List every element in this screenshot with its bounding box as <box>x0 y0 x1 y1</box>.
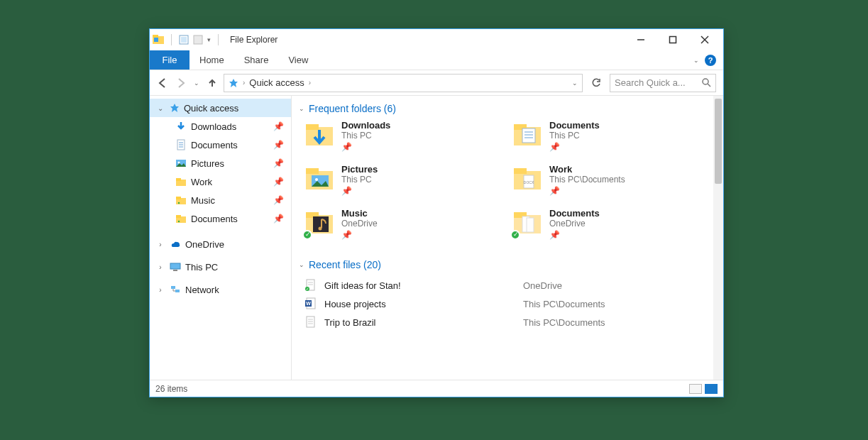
svg-rect-5 <box>194 35 202 44</box>
folder-card-downloads[interactable]: Downloads This PC 📌 <box>304 120 498 158</box>
chevron-right-icon[interactable]: › <box>243 79 245 87</box>
file-row[interactable]: Trip to Brazil This PC\Documents <box>304 313 706 331</box>
file-location: This PC\Documents <box>523 317 605 328</box>
svg-rect-36 <box>522 128 535 143</box>
scrollbar-thumb[interactable] <box>715 99 722 184</box>
pin-icon: 📌 <box>341 230 378 240</box>
svg-line-12 <box>708 84 710 87</box>
svg-rect-21 <box>176 178 181 181</box>
close-button[interactable] <box>688 29 720 50</box>
chevron-right-icon[interactable]: › <box>309 79 311 87</box>
nav-forward-button[interactable] <box>175 77 187 89</box>
svg-rect-26 <box>176 215 181 218</box>
group-count: 6 <box>388 103 393 114</box>
svg-point-43 <box>315 178 318 181</box>
folder-card-pictures[interactable]: Pictures This PC 📌 <box>304 164 498 202</box>
folder-location: OneDrive <box>549 219 600 229</box>
folder-location: This PC\Documents <box>549 175 625 185</box>
group-label: Recent files <box>309 259 361 270</box>
pin-icon: 📌 <box>273 195 284 205</box>
nav-item-label: Music <box>191 195 215 206</box>
nav-network[interactable]: › Network <box>150 280 291 299</box>
nav-item-downloads[interactable]: Downloads 📌 <box>150 117 291 136</box>
app-icon <box>153 34 164 45</box>
folder-location: This PC <box>341 175 378 185</box>
quick-access-star-icon <box>170 103 180 113</box>
nav-label: This PC <box>185 262 218 273</box>
group-recent-files[interactable]: ⌄ Recent files (20) <box>299 259 706 270</box>
network-icon <box>170 284 181 295</box>
folder-name: Downloads <box>341 120 390 131</box>
folder-card-documents-onedrive[interactable]: Documents OneDrive 📌 <box>512 208 706 246</box>
text-file-icon: ✓ <box>304 279 317 292</box>
scrollbar[interactable] <box>713 96 723 380</box>
svg-marker-10 <box>229 79 238 87</box>
chevron-down-icon[interactable]: ⌄ <box>299 105 304 112</box>
file-row[interactable]: ✓ Gift ideas for Stan! OneDrive <box>304 276 706 295</box>
nav-item-label: Downloads <box>191 121 236 132</box>
file-name: House projects <box>324 299 516 309</box>
tab-view[interactable]: View <box>278 50 318 70</box>
content-pane: ⌄ Frequent folders (6) Downloads This PC… <box>292 96 723 380</box>
search-input[interactable]: Search Quick a... <box>610 74 716 92</box>
pin-icon: 📌 <box>273 177 284 187</box>
chevron-down-icon[interactable]: ⌄ <box>155 104 165 112</box>
address-bar[interactable]: › Quick access › ⌄ <box>224 74 583 92</box>
this-pc-icon <box>170 261 181 273</box>
chevron-down-icon[interactable]: ⌄ <box>299 261 304 268</box>
nav-onedrive[interactable]: › OneDrive <box>150 235 291 253</box>
nav-recent-dropdown-icon[interactable]: ⌄ <box>194 79 199 87</box>
folder-card-music[interactable]: Music OneDrive 📌 <box>304 208 498 246</box>
maximize-button[interactable] <box>657 29 688 50</box>
nav-this-pc[interactable]: › This PC <box>150 258 291 276</box>
group-frequent-folders[interactable]: ⌄ Frequent folders (6) <box>299 103 706 114</box>
qat-icon-2[interactable] <box>193 35 203 45</box>
nav-item-label: Documents <box>191 140 238 150</box>
svg-text:DOCX: DOCX <box>524 180 534 185</box>
file-tab[interactable]: File <box>150 50 189 70</box>
folder-card-documents[interactable]: Documents This PC 📌 <box>512 120 706 158</box>
quick-access-star-icon <box>229 78 238 88</box>
view-large-icons-button[interactable] <box>705 384 718 394</box>
chevron-right-icon[interactable]: › <box>155 286 165 294</box>
folder-name: Music <box>341 208 378 219</box>
nav-back-button[interactable] <box>157 77 168 89</box>
group-count: 20 <box>367 259 378 270</box>
window-title: File Explorer <box>230 35 278 45</box>
pin-icon: 📌 <box>341 186 378 196</box>
folder-location: This PC <box>341 131 390 141</box>
nav-quick-access[interactable]: ⌄ Quick access <box>150 99 291 117</box>
nav-item-documents[interactable]: Documents 📌 <box>150 136 291 154</box>
help-icon[interactable]: ? <box>705 55 716 66</box>
svg-rect-1 <box>153 35 158 38</box>
status-item-count: 26 items <box>155 384 187 394</box>
qat-icon-1[interactable] <box>179 35 189 45</box>
group-label: Frequent folders <box>309 103 381 114</box>
navigation-pane: ⌄ Quick access Downloads 📌 Documents 📌 P… <box>150 96 292 380</box>
ribbon-expand-icon[interactable]: ⌄ <box>693 57 699 64</box>
nav-item-documents-2[interactable]: Documents 📌 <box>150 209 291 228</box>
nav-item-music[interactable]: Music 📌 <box>150 191 291 209</box>
folder-location: OneDrive <box>341 219 378 229</box>
breadcrumb[interactable]: Quick access <box>249 77 304 88</box>
nav-item-pictures[interactable]: Pictures 📌 <box>150 154 291 172</box>
refresh-button[interactable] <box>588 78 604 88</box>
svg-point-27 <box>178 221 180 222</box>
svg-marker-13 <box>170 104 179 112</box>
address-dropdown-icon[interactable]: ⌄ <box>572 79 578 87</box>
view-details-button[interactable] <box>689 384 702 394</box>
qat-dropdown-icon[interactable]: ▾ <box>207 36 211 43</box>
folder-card-work[interactable]: DOCX Work This PC\Documents 📌 <box>512 164 706 202</box>
nav-up-button[interactable] <box>207 77 218 89</box>
folder-name: Documents <box>549 120 600 131</box>
file-row[interactable]: W House projects This PC\Documents <box>304 295 706 313</box>
chevron-right-icon[interactable]: › <box>155 241 165 248</box>
recent-files-list: ✓ Gift ideas for Stan! OneDrive W House … <box>299 276 706 331</box>
nav-item-work[interactable]: Work 📌 <box>150 172 291 191</box>
svg-rect-55 <box>527 218 534 232</box>
pictures-icon <box>175 158 187 169</box>
chevron-right-icon[interactable]: › <box>155 263 165 271</box>
minimize-button[interactable] <box>625 29 657 50</box>
tab-home[interactable]: Home <box>189 50 234 70</box>
tab-share[interactable]: Share <box>234 50 279 70</box>
